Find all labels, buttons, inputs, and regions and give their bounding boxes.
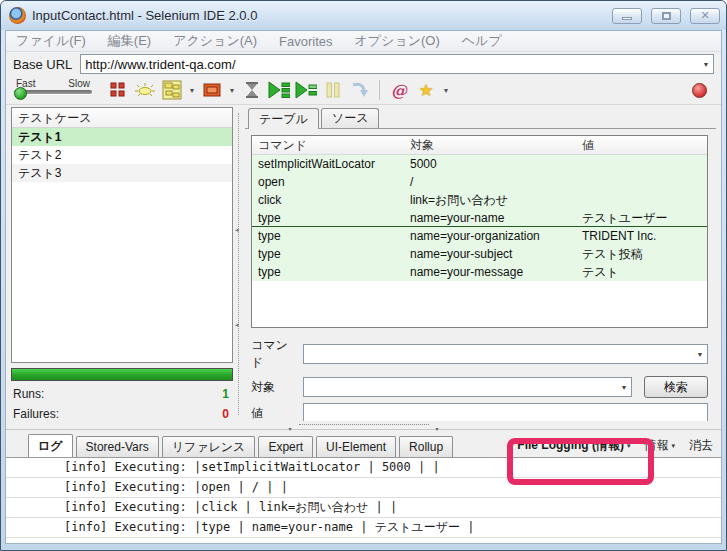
tab-table[interactable]: テーブル — [248, 108, 319, 129]
favorites-star-icon[interactable]: ★ — [415, 79, 437, 101]
command-form: コマンド ▼ 対象 ▼ 検索 — [251, 337, 708, 421]
editor-panel: テーブル ソース コマンド 対象 値 setImplicitWaitLocato… — [245, 107, 716, 421]
cell-target: name=your-organization — [408, 227, 580, 245]
wait-icon[interactable] — [241, 79, 263, 101]
highlight-icon[interactable] — [134, 79, 156, 101]
log-panel: ログ Stored-Vars リファレンス Expert UI-Element … — [6, 430, 721, 543]
toolbar: Fast Slow — [6, 76, 721, 105]
app-window: InputContact.html - Selenium IDE 2.0.0 ✕… — [0, 0, 727, 551]
cell-value — [580, 173, 707, 191]
selected-command-icon[interactable] — [201, 79, 223, 101]
command-table-header: コマンド 対象 値 — [252, 136, 707, 155]
cell-value: テスト — [580, 263, 707, 281]
table-row[interactable]: type name=your-subject テスト投稿 — [252, 245, 707, 263]
selected-command-caret-icon[interactable]: ▼ — [228, 87, 236, 94]
maximize-icon — [662, 12, 671, 20]
record-button[interactable] — [692, 83, 707, 98]
value-field-row: 値 — [251, 403, 708, 421]
runs-value: 1 — [222, 387, 229, 401]
tab-reference[interactable]: リファレンス — [162, 436, 256, 457]
menu-help[interactable]: ヘルプ — [462, 32, 502, 50]
command-field-row: コマンド ▼ — [251, 337, 708, 371]
window-title: InputContact.html - Selenium IDE 2.0.0 — [32, 8, 257, 23]
speed-slider[interactable]: Fast Slow — [14, 78, 92, 102]
cell-target: / — [408, 173, 580, 191]
step-icon[interactable] — [349, 79, 371, 101]
header-target[interactable]: 対象 — [408, 136, 580, 154]
testcase-item-3[interactable]: テスト3 — [12, 164, 232, 182]
base-url-row: Base URL http://www.trident-qa.com/ ▼ — [6, 52, 721, 76]
failures-value: 0 — [222, 407, 229, 421]
chevron-down-icon[interactable]: ▼ — [617, 384, 631, 391]
splitter-handle[interactable]: ▾ ▾ — [299, 424, 429, 425]
file-logging-label: File Logging (情報) — [517, 437, 624, 454]
tab-ui-element[interactable]: UI-Element — [316, 436, 396, 457]
menu-file[interactable]: ファイル(F) — [16, 32, 86, 50]
cell-target: name=your-name — [408, 209, 580, 226]
base-url-combobox[interactable]: http://www.trident-qa.com/ ▼ — [80, 54, 714, 74]
failures-row: Failures: 0 — [11, 407, 233, 421]
star-glyph: ★ — [418, 80, 433, 101]
value-input[interactable] — [303, 403, 708, 421]
command-combobox[interactable]: ▼ — [303, 344, 708, 364]
info-level-label: 情報 — [644, 437, 668, 454]
clear-log-button[interactable]: 消去 — [689, 437, 713, 454]
horizontal-splitter[interactable]: ▾ ▾ — [6, 421, 721, 430]
favorites-caret-icon[interactable]: ▼ — [442, 87, 450, 94]
minimize-button[interactable] — [612, 8, 642, 24]
cell-command: setImplicitWaitLocator — [252, 155, 408, 173]
table-row[interactable]: type name=your-organization TRIDENT Inc. — [252, 227, 707, 245]
vertical-splitter[interactable]: ◂ ◂ — [233, 107, 245, 421]
menu-edit[interactable]: 編集(E) — [108, 32, 151, 50]
info-level-button[interactable]: 情報 ▾ — [644, 437, 675, 454]
menu-bar: ファイル(F) 編集(E) アクション(A) Favorites オプション(O… — [6, 31, 721, 52]
close-button[interactable]: ✕ — [690, 8, 720, 24]
table-row[interactable]: type name=your-name テストユーザー — [252, 209, 707, 227]
splitter-collapse-icon[interactable]: ◂ — [235, 321, 239, 329]
log-entry: [info] Executing: |type | name=your-name… — [6, 518, 721, 538]
panel-glyph — [162, 80, 182, 100]
chevron-down-icon[interactable]: ▼ — [693, 351, 707, 358]
testcase-item-1[interactable]: テスト1 — [12, 128, 232, 146]
red-blocks-glyph — [109, 82, 127, 98]
chevron-down-icon: ▾ — [627, 442, 631, 450]
tab-expert[interactable]: Expert — [258, 436, 313, 457]
record-panel-caret-icon[interactable]: ▼ — [188, 87, 196, 94]
command-table: コマンド 対象 値 setImplicitWaitLocator 5000 op… — [251, 135, 708, 328]
file-logging-button[interactable]: File Logging (情報) ▾ — [517, 437, 630, 454]
table-row[interactable]: click link=お問い合わせ — [252, 191, 707, 209]
tab-rollup[interactable]: Rollup — [399, 436, 453, 457]
header-value[interactable]: 値 — [580, 136, 707, 154]
cell-target: 5000 — [408, 155, 580, 173]
speed-slider-knob[interactable] — [14, 87, 27, 100]
pause-resume-icon[interactable] — [107, 79, 129, 101]
tab-source[interactable]: ソース — [321, 108, 380, 128]
rollup-icon[interactable]: @ — [388, 79, 410, 101]
close-icon: ✕ — [700, 10, 709, 21]
target-field-row: 対象 ▼ 検索 — [251, 376, 708, 398]
play-test-icon[interactable] — [295, 79, 317, 101]
table-row[interactable]: setImplicitWaitLocator 5000 — [252, 155, 707, 173]
table-row[interactable]: open / — [252, 173, 707, 191]
splitter-collapse-icon[interactable]: ◂ — [235, 226, 239, 234]
play-suite-icon[interactable] — [268, 79, 290, 101]
target-combobox[interactable]: ▼ — [303, 377, 632, 397]
menu-options[interactable]: オプション(O) — [355, 32, 440, 50]
slow-label: Slow — [68, 78, 90, 89]
pause-icon[interactable] — [322, 79, 344, 101]
tab-stored-vars[interactable]: Stored-Vars — [76, 436, 159, 457]
log-toolbar: File Logging (情報) ▾ 情報 ▾ 消去 — [517, 437, 713, 457]
chevron-down-icon[interactable]: ▼ — [699, 61, 713, 68]
table-row[interactable]: type name=your-message テスト — [252, 263, 707, 281]
highlight-glyph — [134, 81, 156, 99]
testcase-item-2[interactable]: テスト2 — [12, 146, 232, 164]
menu-actions[interactable]: アクション(A) — [173, 32, 257, 50]
tab-log[interactable]: ログ — [28, 434, 73, 457]
menu-favorites[interactable]: Favorites — [279, 34, 332, 49]
find-button[interactable]: 検索 — [644, 376, 708, 398]
cell-command: type — [252, 263, 408, 281]
value-field-label: 値 — [251, 405, 297, 422]
record-panel-icon[interactable] — [161, 79, 183, 101]
header-command[interactable]: コマンド — [252, 136, 408, 154]
maximize-button[interactable] — [651, 8, 681, 24]
